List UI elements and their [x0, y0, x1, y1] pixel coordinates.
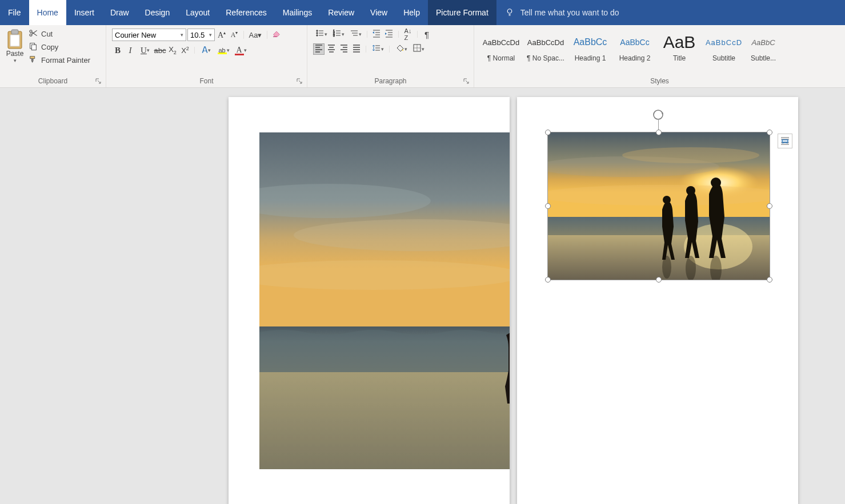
- dialog-launcher-icon[interactable]: [295, 77, 303, 85]
- format-painter-button[interactable]: Format Painter: [29, 55, 90, 66]
- page-2[interactable]: [517, 97, 798, 504]
- text-effects-icon: A: [202, 45, 209, 55]
- style-heading-1[interactable]: AaBbCc Heading 1: [568, 27, 612, 65]
- shading-button[interactable]: ▾: [393, 43, 409, 55]
- tab-references[interactable]: References: [218, 0, 275, 25]
- picture-beach-selected[interactable]: [548, 132, 770, 280]
- borders-button[interactable]: ▾: [410, 43, 426, 55]
- borders-icon: [413, 43, 422, 55]
- resize-handle-ne[interactable]: [767, 130, 772, 135]
- svg-point-9: [316, 33, 317, 34]
- text-effects-button[interactable]: A▾: [198, 45, 214, 56]
- style-normal[interactable]: AaBbCcDd ¶ Normal: [479, 27, 523, 65]
- lightbulb-icon: [504, 7, 515, 19]
- resize-handle-n[interactable]: [656, 130, 662, 135]
- superscript-button[interactable]: X2: [179, 45, 191, 56]
- resize-handle-s[interactable]: [656, 277, 662, 283]
- increase-indent-button[interactable]: [383, 29, 395, 40]
- page-1[interactable]: [229, 97, 510, 504]
- tab-home[interactable]: Home: [29, 0, 66, 25]
- picture-beach-large[interactable]: [259, 132, 510, 469]
- paste-button[interactable]: Paste ▾: [2, 26, 27, 65]
- clear-formatting-button[interactable]: [271, 29, 282, 41]
- tab-view[interactable]: View: [362, 0, 395, 25]
- strikethrough-button[interactable]: abc: [154, 45, 166, 56]
- font-color-button[interactable]: A▾: [233, 45, 249, 56]
- style-title[interactable]: AaB Title: [657, 27, 702, 65]
- dialog-launcher-icon[interactable]: [462, 77, 470, 85]
- sort-button[interactable]: A↓Z: [402, 29, 414, 40]
- style-preview: AaBbCcDd: [483, 30, 519, 54]
- format-painter-label: Format Painter: [41, 56, 90, 64]
- copy-button[interactable]: Copy: [29, 42, 90, 53]
- highlight-button[interactable]: ab▾: [215, 45, 231, 56]
- ribbon: Paste ▾ Cut Copy Format Painter Clipbo: [0, 25, 845, 88]
- justify-button[interactable]: [351, 43, 362, 55]
- tab-mailings[interactable]: Mailings: [275, 0, 320, 25]
- chevron-down-icon: ▾: [181, 32, 183, 38]
- layout-options-button[interactable]: [778, 134, 792, 148]
- align-left-button[interactable]: [313, 43, 325, 55]
- tab-help[interactable]: Help: [395, 0, 428, 25]
- style-subtitle[interactable]: AaBbCcD Subtitle: [702, 27, 746, 65]
- style-no-spacing[interactable]: AaBbCcDd ¶ No Spac...: [523, 27, 568, 65]
- group-label-font: Font: [109, 76, 305, 87]
- line-spacing-button[interactable]: ▾: [370, 43, 386, 55]
- svg-point-26: [622, 147, 759, 163]
- cut-button[interactable]: Cut: [29, 29, 90, 39]
- tab-review[interactable]: Review: [320, 0, 362, 25]
- subscript-button[interactable]: X2: [167, 45, 178, 56]
- underline-button[interactable]: U▾: [137, 45, 153, 56]
- grow-font-button[interactable]: A▴: [216, 29, 227, 41]
- multilevel-icon: [350, 29, 359, 40]
- tab-insert[interactable]: Insert: [66, 0, 102, 25]
- decrease-indent-button[interactable]: [371, 29, 382, 40]
- rotation-handle[interactable]: [652, 108, 664, 121]
- tab-draw[interactable]: Draw: [102, 0, 137, 25]
- resize-handle-nw[interactable]: [545, 130, 551, 135]
- decrease-indent-icon: [372, 29, 381, 40]
- tell-me-search[interactable]: Tell me what you want to do: [496, 0, 627, 25]
- resize-handle-w[interactable]: [545, 203, 551, 209]
- eraser-icon: [272, 29, 281, 41]
- dialog-launcher-icon[interactable]: [94, 77, 102, 85]
- multilevel-list-button[interactable]: ▾: [347, 29, 363, 40]
- style-label: Title: [673, 54, 686, 62]
- tab-layout[interactable]: Layout: [178, 0, 218, 25]
- resize-handle-e[interactable]: [767, 203, 772, 209]
- tab-picture-format[interactable]: Picture Format: [428, 0, 496, 25]
- align-right-button[interactable]: [338, 43, 350, 55]
- svg-point-27: [548, 185, 770, 205]
- sort-icon: A↓Z: [405, 27, 412, 41]
- tab-file[interactable]: File: [0, 0, 29, 25]
- style-heading-2[interactable]: AaBbCc Heading 2: [612, 27, 657, 65]
- italic-icon: I: [129, 46, 132, 55]
- paintbrush-icon: [29, 55, 38, 66]
- align-center-button[interactable]: [326, 43, 337, 55]
- style-preview: AaBbCcD: [706, 30, 742, 54]
- style-subtle-emphasis[interactable]: AaBbC Subtle...: [746, 27, 780, 65]
- shrink-font-button[interactable]: A▾: [229, 29, 240, 41]
- bullets-icon: [315, 29, 325, 40]
- italic-button[interactable]: I: [125, 45, 136, 56]
- font-name-value: Courier New: [115, 31, 156, 39]
- beach-image-icon: [259, 132, 510, 469]
- font-name-dropdown[interactable]: Courier New ▾: [112, 29, 186, 41]
- font-size-value: 10.5: [190, 31, 205, 39]
- show-marks-button[interactable]: ¶: [421, 29, 432, 40]
- bullets-button[interactable]: ▾: [313, 29, 329, 40]
- ribbon-tabs: File Home Insert Draw Design Layout Refe…: [0, 0, 845, 25]
- resize-handle-se[interactable]: [767, 277, 772, 283]
- font-size-dropdown[interactable]: 10.5 ▾: [187, 29, 215, 41]
- underline-icon: U: [141, 46, 147, 55]
- tab-design[interactable]: Design: [137, 0, 178, 25]
- group-styles: AaBbCcDd ¶ Normal AaBbCcDd ¶ No Spac... …: [474, 25, 845, 87]
- bold-button[interactable]: B: [112, 45, 123, 56]
- change-case-button[interactable]: Aa▾: [247, 29, 263, 41]
- numbering-button[interactable]: 123▾: [330, 29, 346, 40]
- line-spacing-icon: [372, 43, 381, 55]
- resize-handle-sw[interactable]: [545, 277, 551, 283]
- numbering-icon: 123: [333, 29, 342, 40]
- document-area[interactable]: [0, 88, 845, 504]
- svg-point-10: [316, 35, 317, 36]
